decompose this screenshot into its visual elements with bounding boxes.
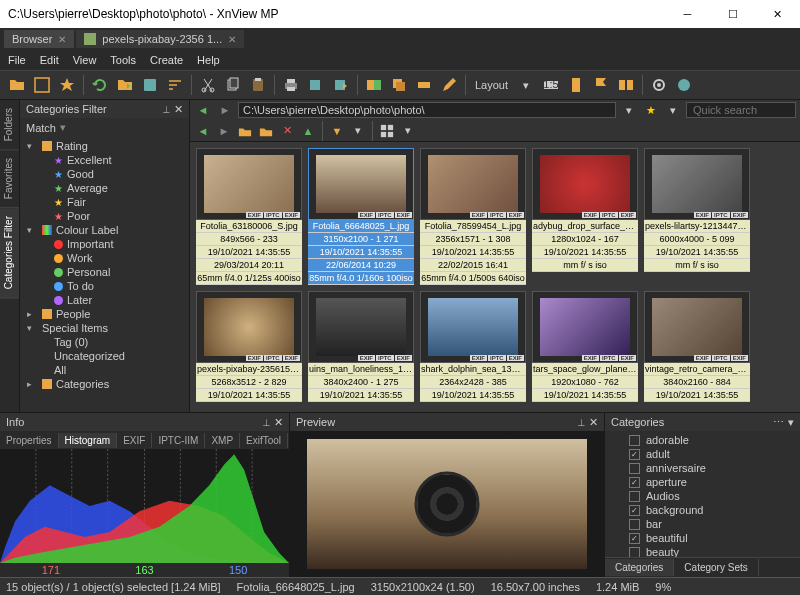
thumbnail[interactable]: EXIFIPTCEXIFvintage_retro_camera_1265...… xyxy=(644,291,750,402)
refresh-button[interactable] xyxy=(89,74,111,96)
favorite-button[interactable] xyxy=(56,74,78,96)
back-button[interactable]: ◄ xyxy=(194,122,212,140)
sidetab-categories-filter[interactable]: Categories Filter xyxy=(0,208,19,298)
tree-item[interactable]: ★Poor xyxy=(24,209,185,223)
tree-item[interactable]: Work xyxy=(24,251,185,265)
about-button[interactable] xyxy=(673,74,695,96)
close-icon[interactable]: ✕ xyxy=(228,34,236,45)
category-item[interactable]: beauty xyxy=(609,545,796,557)
tree-item[interactable]: ▾Special Items xyxy=(24,321,185,335)
cut-button[interactable] xyxy=(197,74,219,96)
category-item[interactable]: adorable xyxy=(609,433,796,447)
tag-button[interactable] xyxy=(565,74,587,96)
tree-item[interactable]: ★Good xyxy=(24,167,185,181)
tree-item[interactable]: To do xyxy=(24,279,185,293)
cattab-category-sets[interactable]: Category Sets xyxy=(674,559,758,576)
tree-item[interactable]: ★Fair xyxy=(24,195,185,209)
forward-button[interactable]: ► xyxy=(216,101,234,119)
sidetab-folders[interactable]: Folders xyxy=(0,100,19,150)
convert-button[interactable] xyxy=(363,74,385,96)
tree-item[interactable]: Important xyxy=(24,237,185,251)
menu-tools[interactable]: Tools xyxy=(110,54,136,66)
thumbnail[interactable]: EXIFIPTCEXIFFotolia_78599454_L.jpg2356x1… xyxy=(420,148,526,285)
search-input[interactable] xyxy=(686,102,796,118)
menu-file[interactable]: File xyxy=(8,54,26,66)
view-dropdown[interactable]: ▾ xyxy=(399,122,417,140)
infotab-xmp[interactable]: XMP xyxy=(205,433,240,448)
thumbnail[interactable]: EXIFIPTCEXIFuins_man_loneliness_12427...… xyxy=(308,291,414,402)
category-item[interactable]: ✓adult xyxy=(609,447,796,461)
infotab-properties[interactable]: Properties xyxy=(0,433,59,448)
thumbnail[interactable]: EXIFIPTCEXIFFotolia_63180006_S.jpg849x56… xyxy=(196,148,302,285)
menu-help[interactable]: Help xyxy=(197,54,220,66)
tree-item[interactable]: Tag (0) xyxy=(24,335,185,349)
rename-button[interactable] xyxy=(413,74,435,96)
tree-item[interactable]: ★Average xyxy=(24,181,185,195)
browse-button[interactable] xyxy=(114,74,136,96)
paste-button[interactable] xyxy=(247,74,269,96)
favorite-button[interactable]: ★ xyxy=(642,101,660,119)
flag-button[interactable] xyxy=(590,74,612,96)
new-folder-button[interactable] xyxy=(257,122,275,140)
close-icon[interactable]: ✕ xyxy=(274,416,283,429)
view-mode-button[interactable] xyxy=(378,122,396,140)
layout-dropdown[interactable]: ▾ xyxy=(515,74,537,96)
thumbnail-size-button[interactable]: 1:5 xyxy=(540,74,562,96)
up-arrow-button[interactable]: ▲ xyxy=(299,122,317,140)
minimize-button[interactable]: ─ xyxy=(665,0,710,28)
infotab-exiftool[interactable]: ExifTool xyxy=(240,433,288,448)
fav-dropdown[interactable]: ▾ xyxy=(664,101,682,119)
forward-button[interactable]: ► xyxy=(215,122,233,140)
thumbnail[interactable]: EXIFIPTCEXIFFotolia_66648025_L.jpg3150x2… xyxy=(308,148,414,285)
compare-button[interactable] xyxy=(615,74,637,96)
tab-browser[interactable]: Browser✕ xyxy=(4,30,74,48)
tree-item[interactable]: Personal xyxy=(24,265,185,279)
menu-view[interactable]: View xyxy=(73,54,97,66)
close-icon[interactable]: ✕ xyxy=(174,103,183,116)
edit-button[interactable] xyxy=(438,74,460,96)
filter-dropdown[interactable]: ▾ xyxy=(349,122,367,140)
fullscreen-button[interactable] xyxy=(31,74,53,96)
category-item[interactable]: ✓beautiful xyxy=(609,531,796,545)
menu-edit[interactable]: Edit xyxy=(40,54,59,66)
settings-button[interactable] xyxy=(648,74,670,96)
thumbnail[interactable]: EXIFIPTCEXIFadybug_drop_surface_1062...1… xyxy=(532,148,638,285)
tree-item[interactable]: Later xyxy=(24,293,185,307)
tree-item[interactable]: ▾Colour Label xyxy=(24,223,185,237)
match-dropdown[interactable]: Match ▾ xyxy=(20,118,189,137)
category-item[interactable]: anniversaire xyxy=(609,461,796,475)
pin-icon[interactable]: ⟂ xyxy=(578,416,585,429)
cattab-categories[interactable]: Categories xyxy=(605,559,674,576)
copy-to-button[interactable] xyxy=(305,74,327,96)
tab-image[interactable]: pexels-pixabay-2356 1...✕ xyxy=(76,30,244,48)
import-button[interactable] xyxy=(139,74,161,96)
category-item[interactable]: ✓background xyxy=(609,503,796,517)
sidetab-favorites[interactable]: Favorites xyxy=(0,150,19,208)
pin-icon[interactable]: ⟂ xyxy=(163,103,170,116)
infotab-exif[interactable]: EXIF xyxy=(117,433,152,448)
dropdown-button[interactable]: ▾ xyxy=(620,101,638,119)
thumbnail[interactable]: EXIFIPTCEXIFtars_space_glow_planet_99...… xyxy=(532,291,638,402)
delete-button[interactable]: ✕ xyxy=(278,122,296,140)
category-item[interactable]: ✓aperture xyxy=(609,475,796,489)
filter-button[interactable]: ▼ xyxy=(328,122,346,140)
infotab-histogram[interactable]: Histogram xyxy=(59,433,118,448)
up-button[interactable] xyxy=(236,122,254,140)
tree-item[interactable]: ▸Categories xyxy=(24,377,185,391)
address-field[interactable]: C:\Users\pierre\Desktop\photo\photo\ xyxy=(238,102,616,118)
move-to-button[interactable] xyxy=(330,74,352,96)
copy-button[interactable] xyxy=(222,74,244,96)
tree-item[interactable]: ▸People xyxy=(24,307,185,321)
tree-item[interactable]: All xyxy=(24,363,185,377)
more-icon[interactable]: ⋯ xyxy=(773,416,784,429)
back-button[interactable]: ◄ xyxy=(194,101,212,119)
infotab-iptc-iim[interactable]: IPTC-IIM xyxy=(152,433,205,448)
tree-item[interactable]: ★Excellent xyxy=(24,153,185,167)
dropdown-icon[interactable]: ▾ xyxy=(788,416,794,429)
print-button[interactable] xyxy=(280,74,302,96)
menu-create[interactable]: Create xyxy=(150,54,183,66)
maximize-button[interactable]: ☐ xyxy=(710,0,755,28)
pin-icon[interactable]: ⟂ xyxy=(263,416,270,429)
tree-item[interactable]: ▾Rating xyxy=(24,139,185,153)
thumbnail[interactable]: EXIFIPTCEXIFpexels-pixabay-235615.jpg526… xyxy=(196,291,302,402)
